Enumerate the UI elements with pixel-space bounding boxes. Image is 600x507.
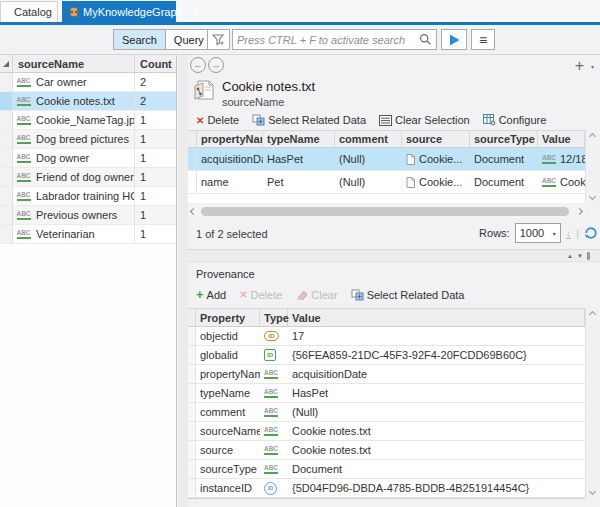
- row-selector[interactable]: [188, 441, 196, 459]
- row-selector[interactable]: [188, 479, 196, 497]
- provenance-vertical-scrollbar[interactable]: [585, 308, 599, 498]
- separator: |: [576, 227, 579, 239]
- col-value[interactable]: Value: [538, 131, 585, 147]
- row-selector[interactable]: [188, 384, 196, 402]
- provenance-delete-button[interactable]: ✕ Delete: [239, 289, 282, 301]
- query-mode-button[interactable]: Query: [165, 30, 212, 49]
- row-selector[interactable]: [188, 460, 196, 478]
- provenance-row[interactable]: objectidID17: [188, 327, 585, 346]
- provenance-add-button[interactable]: + Add: [196, 287, 226, 302]
- col-source[interactable]: source: [402, 131, 470, 147]
- detail-pane: ← → + ▾ Cookie notes.txt sourceName ✕ De…: [188, 55, 600, 507]
- col-property[interactable]: Property: [196, 309, 260, 326]
- refresh-icon[interactable]: [584, 226, 598, 240]
- source-row[interactable]: ABCCookie_NameTag.jpg1: [0, 111, 176, 130]
- add-card-button[interactable]: +: [575, 57, 584, 75]
- type-cell: ABC: [13, 173, 34, 182]
- row-selector[interactable]: [0, 149, 13, 167]
- source-row[interactable]: ABCDog owner1: [0, 149, 176, 168]
- source-row[interactable]: ABCCar owner2: [0, 73, 176, 92]
- source-row[interactable]: ABCCookie notes.txt2: [0, 92, 176, 111]
- scroll-down-icon[interactable]: [589, 488, 596, 495]
- provenance-select-related-button[interactable]: Select Related Data: [351, 289, 465, 301]
- abc-icon: ABC: [17, 211, 31, 220]
- col-propertyname[interactable]: propertyName: [197, 131, 263, 147]
- provenance-row[interactable]: propertyNameABCacquisitionDate: [188, 365, 585, 384]
- search-input[interactable]: [233, 31, 419, 48]
- record-row[interactable]: namePet(Null)Cookie...DocumentABCCookie: [188, 171, 585, 194]
- row-selector[interactable]: [0, 225, 13, 243]
- splitter-grip[interactable]: [587, 252, 590, 260]
- row-selector[interactable]: [0, 130, 13, 148]
- options-menu-button[interactable]: ≡: [471, 29, 495, 50]
- value-cell: acquisitionDate: [288, 368, 585, 380]
- col-value[interactable]: Value: [288, 309, 585, 326]
- source-row[interactable]: ABCDog breed pictures1: [0, 130, 176, 149]
- row-selector[interactable]: [0, 206, 13, 224]
- collapse-up-icon[interactable]: ▲: [567, 253, 573, 259]
- scrollbar-thumb[interactable]: [201, 207, 569, 216]
- provenance-row[interactable]: sourceNameABCCookie notes.txt: [188, 422, 585, 441]
- row-selector[interactable]: [188, 171, 197, 193]
- source-row[interactable]: ABCPrevious owners1: [0, 206, 176, 225]
- row-selector[interactable]: [0, 73, 13, 91]
- col-typename[interactable]: typeName: [263, 131, 335, 147]
- source-row[interactable]: ABCFriend of dog owner1: [0, 168, 176, 187]
- sourcename-column-header[interactable]: sourceName: [13, 58, 134, 70]
- provenance-row[interactable]: commentABC(Null): [188, 403, 585, 422]
- row-selector[interactable]: [188, 403, 196, 421]
- horizontal-splitter[interactable]: ▲ ▼: [188, 249, 600, 262]
- row-selector[interactable]: [188, 148, 197, 170]
- provenance-row[interactable]: sourceTypeABCDocument: [188, 460, 585, 479]
- provenance-row[interactable]: instanceIDID{5D04FD96-DBDA-4785-BDDB-4B2…: [188, 479, 585, 498]
- col-comment[interactable]: comment: [335, 131, 402, 147]
- search-mode-button[interactable]: Search: [114, 30, 165, 49]
- tab-catalog[interactable]: Catalog: [0, 1, 58, 22]
- col-type[interactable]: Type: [260, 309, 288, 326]
- scroll-right-icon[interactable]: [576, 208, 583, 215]
- scroll-up-icon[interactable]: [589, 133, 596, 140]
- type-cell: ID: [260, 331, 288, 341]
- row-selector[interactable]: [188, 327, 196, 345]
- tab-myknowledgegraph[interactable]: MyKnowledgeGraph ✕: [62, 1, 176, 22]
- forward-button[interactable]: →: [208, 57, 224, 73]
- search-icon: [419, 33, 432, 46]
- scroll-left-icon[interactable]: [190, 208, 197, 215]
- row-selector[interactable]: [188, 346, 196, 364]
- row-selector[interactable]: [0, 111, 13, 129]
- vertical-splitter[interactable]: [178, 55, 188, 507]
- collapse-down-icon[interactable]: ▼: [577, 253, 583, 259]
- eraser-icon: [295, 289, 308, 300]
- selection-count: 1 of 2 selected: [196, 228, 268, 240]
- expand-corner-icon[interactable]: [0, 55, 13, 72]
- provenance-clear-button[interactable]: Clear: [295, 289, 337, 301]
- scroll-down-icon[interactable]: [589, 193, 596, 200]
- clear-selection-button[interactable]: Clear Selection: [379, 114, 470, 126]
- record-row[interactable]: acquisitionDateHasPet(Null)Cookie...Docu…: [188, 148, 585, 171]
- source-row[interactable]: ABCVeterinarian1: [0, 225, 176, 244]
- download-icon[interactable]: ↓: [566, 228, 572, 239]
- provenance-row[interactable]: typeNameABCHasPet: [188, 384, 585, 403]
- delete-button[interactable]: ✕ Delete: [196, 114, 239, 126]
- row-selector[interactable]: [188, 365, 196, 383]
- row-selector[interactable]: [0, 92, 13, 110]
- records-horizontal-scrollbar[interactable]: [188, 205, 585, 218]
- provenance-row[interactable]: sourceABCCookie notes.txt: [188, 441, 585, 460]
- back-button[interactable]: ←: [190, 57, 206, 73]
- scroll-up-icon[interactable]: [589, 311, 596, 318]
- configure-button[interactable]: Configure: [483, 114, 547, 126]
- filter-button[interactable]: [207, 29, 230, 50]
- records-vertical-scrollbar[interactable]: [585, 130, 599, 203]
- chevron-down-icon[interactable]: ▾: [591, 63, 594, 70]
- row-selector[interactable]: [188, 422, 196, 440]
- rows-count-dropdown[interactable]: 1000▾: [515, 223, 561, 243]
- close-icon[interactable]: ✕: [192, 6, 200, 17]
- run-search-button[interactable]: [441, 29, 467, 50]
- source-row[interactable]: ABCLabrador training HQ1: [0, 187, 176, 206]
- count-column-header[interactable]: Count: [134, 55, 176, 72]
- row-selector[interactable]: [0, 187, 13, 205]
- provenance-row[interactable]: globalidID{56FEA859-21DC-45F3-92F4-20FCD…: [188, 346, 585, 365]
- select-related-data-button[interactable]: Select Related Data: [252, 114, 366, 126]
- row-selector[interactable]: [0, 168, 13, 186]
- col-sourcetype[interactable]: sourceType: [470, 131, 538, 147]
